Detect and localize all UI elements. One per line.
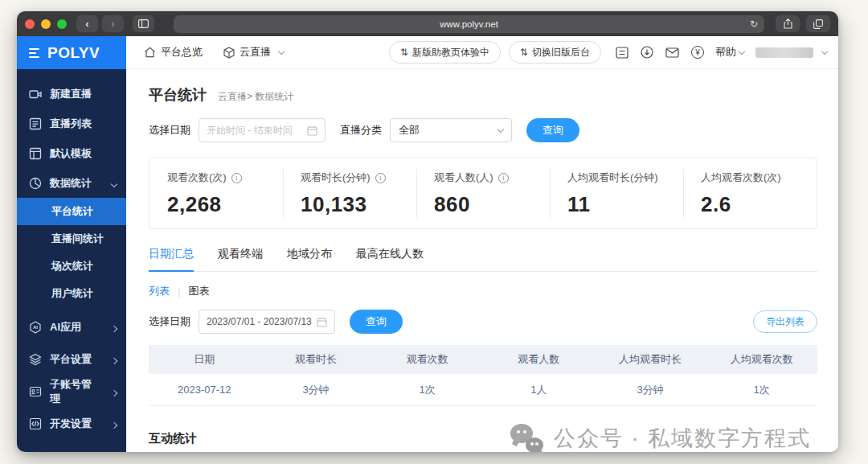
stat-label: 观看次数(次) [167, 170, 227, 185]
menu-toggle-icon[interactable] [29, 48, 39, 58]
sidebar-subitem-label: 场次统计 [51, 259, 93, 273]
help-menu[interactable]: 帮助 [715, 45, 744, 60]
sidebar-item-label: 直播列表 [50, 117, 92, 131]
nav-product-label: 云直播 [240, 45, 271, 60]
date-range-input[interactable]: 开始时间 - 结束时间 [199, 118, 326, 142]
sidebar-subitem-label: 用户统计 [51, 286, 93, 301]
list-icon [29, 117, 42, 130]
stat-viewer-count: 观看人数(人)i 860 [416, 158, 550, 228]
sidebar-item-data-statistics[interactable]: 数据统计 [17, 168, 126, 198]
table-row: 2023-07-12 3分钟 1次 1人 3分钟 1次 [149, 374, 817, 406]
polyv-logo[interactable]: POLYV [17, 36, 126, 69]
mail-icon[interactable] [665, 47, 679, 58]
browser-chrome: ‹ › www.polyv.net ↻ [17, 11, 838, 36]
cell-duration: 3分钟 [260, 383, 372, 397]
zoom-window-button[interactable] [57, 19, 67, 29]
chevron-right-icon [111, 421, 117, 428]
sidebar-item-subaccount-management[interactable]: 子账号管理 [17, 376, 126, 408]
tab-view-terminal[interactable]: 观看终端 [218, 247, 263, 271]
ai-icon: AI [29, 321, 42, 334]
new-assistant-page-button[interactable]: ⇅ 新版助教页体验中 [389, 41, 501, 64]
tab-max-online[interactable]: 最高在线人数 [356, 247, 424, 271]
view-list-link[interactable]: 列表 [149, 284, 170, 298]
category-select[interactable]: 全部 [390, 118, 512, 142]
stat-value: 860 [434, 192, 550, 217]
home-icon [144, 47, 156, 58]
cell-views: 1次 [371, 383, 483, 397]
download-icon[interactable] [641, 46, 653, 59]
pie-chart-icon [29, 177, 42, 190]
sidebar-item-label: 默认模板 [50, 146, 92, 161]
cell-viewers: 1人 [483, 383, 595, 397]
col-header-avg-duration: 人均观看时长 [595, 352, 706, 367]
switch-old-console-label: 切换旧版后台 [532, 46, 590, 60]
cell-date: 2023-07-12 [149, 384, 260, 396]
sidebar-item-label: 开发设置 [50, 417, 92, 431]
address-bar[interactable]: www.polyv.net ↻ [174, 15, 764, 33]
search-button-2[interactable]: 查询 [350, 310, 403, 334]
chevron-down-icon [111, 181, 117, 187]
sidebar-subitem-session-statistics[interactable]: 场次统计 [17, 253, 126, 280]
export-list-button[interactable]: 导出列表 [753, 310, 817, 333]
forward-button[interactable]: › [102, 15, 124, 32]
stats-tabs: 日期汇总 观看终端 地域分布 最高在线人数 [149, 247, 817, 272]
chevron-right-icon [111, 325, 117, 331]
sidebar-subitem-label: 平台统计 [51, 204, 93, 219]
tab-date-summary[interactable]: 日期汇总 [149, 247, 194, 272]
switch-old-console-button[interactable]: ⇅ 切换旧版后台 [509, 41, 601, 64]
balance-icon[interactable]: ¥ [691, 46, 704, 59]
sidebar-subitem-user-statistics[interactable]: 用户统计 [17, 280, 126, 307]
stat-value: 2,268 [167, 192, 283, 217]
nav-product-switcher[interactable]: 云直播 [223, 45, 284, 60]
template-icon [29, 147, 42, 160]
reload-icon[interactable]: ↻ [750, 18, 758, 30]
sidebar-item-new-live[interactable]: 新建直播 [17, 79, 126, 109]
back-button[interactable]: ‹ [76, 15, 98, 32]
nav-platform-overview[interactable]: 平台总览 [144, 45, 203, 60]
sidebar-item-developer-settings[interactable]: 开发设置 [17, 408, 126, 440]
close-window-button[interactable] [25, 19, 35, 29]
new-assistant-page-label: 新版助教页体验中 [412, 46, 489, 60]
sidebar-item-platform-settings[interactable]: 平台设置 [17, 343, 126, 376]
stat-label: 观看时长(分钟) [301, 170, 371, 185]
account-name-redacted[interactable] [755, 47, 813, 58]
col-header-duration: 观看时长 [260, 352, 372, 367]
section-title-interaction: 互动统计 [149, 431, 197, 446]
url-text: www.polyv.net [440, 19, 498, 29]
calendar-icon [307, 125, 317, 136]
stat-label: 观看人数(人) [434, 170, 493, 185]
sidebar-subitem-platform-statistics[interactable]: 平台统计 [17, 198, 126, 225]
wechat-icon [510, 422, 546, 452]
info-icon[interactable]: i [498, 173, 509, 183]
sidebar-item-live-list[interactable]: 直播列表 [17, 109, 126, 138]
sidebar-toggle-icon[interactable] [133, 15, 154, 32]
col-header-date: 日期 [149, 352, 260, 367]
date-filter-label: 选择日期 [149, 123, 190, 138]
sidebar-subitem-room-statistics[interactable]: 直播间统计 [17, 225, 126, 253]
sidebar-item-ai-apps[interactable]: AI AI应用 [17, 311, 126, 343]
stats-panel: 观看次数(次)i 2,268 观看时长(分钟)i 10,133 观看人数(人)i… [149, 158, 817, 229]
calendar-icon [317, 317, 327, 327]
share-icon[interactable] [776, 15, 800, 32]
minimize-window-button[interactable] [41, 19, 51, 29]
date-range-input-2[interactable]: 2023/07/01 - 2023/07/13 [199, 310, 335, 334]
category-filter-label: 直播分类 [340, 123, 382, 138]
sidebar-subitem-label: 直播间统计 [51, 232, 104, 246]
stat-avg-views: 人均观看次数(次) 2.6 [683, 158, 817, 228]
stat-value: 10,133 [301, 192, 416, 217]
cell-avg-duration: 3分钟 [595, 383, 706, 397]
id-card-icon [29, 385, 42, 398]
info-icon[interactable]: i [231, 173, 242, 183]
view-chart-link[interactable]: 图表 [188, 284, 209, 298]
watermark: 公众号 · 私域数字方程式 [510, 422, 811, 452]
top-navbar: 平台总览 云直播 ⇅ 新版助教页体验中 ⇅ 切换旧版后台 [126, 36, 838, 69]
tab-overview-icon[interactable] [806, 15, 830, 32]
chevron-down-icon[interactable] [821, 47, 828, 54]
tab-region-distribution[interactable]: 地域分布 [287, 247, 332, 271]
sidebar-item-default-template[interactable]: 默认模板 [17, 138, 126, 168]
date-summary-table: 日期 观看时长 观看次数 观看人数 人均观看时长 人均观看次数 2023-07-… [149, 345, 817, 406]
video-camera-icon [29, 88, 42, 101]
form-icon[interactable] [616, 47, 628, 59]
info-icon[interactable]: i [375, 173, 386, 183]
search-button[interactable]: 查询 [526, 118, 579, 142]
